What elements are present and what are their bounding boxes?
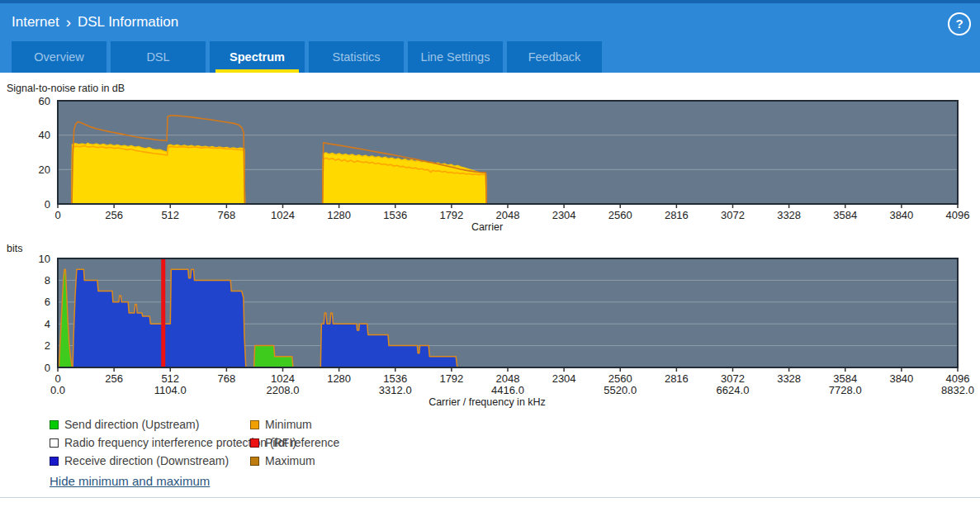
maximum-swatch-icon	[250, 457, 259, 466]
svg-text:3584: 3584	[833, 372, 857, 385]
svg-text:3840: 3840	[889, 209, 913, 221]
pilot-reference-swatch-icon	[250, 438, 259, 448]
svg-text:1024: 1024	[271, 372, 295, 385]
tab-feedback[interactable]: Feedback	[507, 41, 602, 73]
svg-text:2816: 2816	[665, 372, 689, 385]
svg-text:1792: 1792	[439, 209, 463, 221]
legend-item-maximum: Maximum	[250, 454, 315, 467]
svg-text:1536: 1536	[383, 209, 407, 221]
breadcrumb: Internet › DSL Information	[12, 14, 178, 31]
svg-text:0: 0	[54, 372, 60, 385]
question-mark-icon: ?	[955, 17, 963, 31]
svg-text:2816: 2816	[665, 209, 689, 221]
svg-text:1792: 1792	[439, 372, 463, 385]
receive-direction-downstream-swatch-icon	[50, 457, 59, 466]
svg-text:3328: 3328	[777, 209, 801, 221]
svg-text:40: 40	[39, 129, 50, 141]
breadcrumb-internet[interactable]: Internet	[12, 14, 59, 31]
legend-item-receive-direction-downstream: Receive direction (Downstream)	[50, 454, 229, 467]
svg-text:2: 2	[45, 339, 50, 352]
legend-item-send-direction-upstream: Send direction (Upstream)	[50, 418, 199, 431]
svg-text:6624.0: 6624.0	[717, 384, 750, 396]
svg-text:4096: 4096	[946, 209, 970, 221]
tab-bar: OverviewDSLSpectrumStatisticsLine Settin…	[12, 41, 602, 73]
svg-text:Carrier: Carrier	[471, 221, 503, 233]
tab-statistics[interactable]: Statistics	[309, 41, 404, 73]
svg-text:2048: 2048	[496, 372, 520, 385]
svg-text:3312.0: 3312.0	[379, 384, 412, 396]
svg-text:2304: 2304	[552, 372, 576, 385]
legend-item-pilot-reference: Pilot reference	[250, 436, 339, 449]
svg-text:256: 256	[105, 209, 123, 221]
legend-label: Minimum	[265, 418, 312, 431]
svg-text:1280: 1280	[327, 372, 351, 385]
svg-text:0: 0	[45, 198, 50, 211]
svg-text:4: 4	[45, 318, 50, 330]
svg-text:3072: 3072	[721, 209, 745, 221]
svg-text:2208.0: 2208.0	[267, 384, 300, 396]
svg-text:3840: 3840	[889, 372, 913, 385]
tab-dsl[interactable]: DSL	[111, 41, 206, 73]
svg-text:2560: 2560	[608, 209, 632, 221]
legend-label: Pilot reference	[265, 436, 339, 449]
legend-label: Send direction (Upstream)	[64, 418, 199, 431]
tab-label: DSL	[146, 50, 169, 64]
svg-text:2304: 2304	[552, 209, 576, 221]
tab-label: Feedback	[528, 50, 581, 64]
svg-text:8: 8	[45, 274, 50, 287]
page-header: Internet › DSL Information ?	[0, 3, 980, 41]
tab-line-settings[interactable]: Line Settings	[408, 41, 503, 73]
radio-frequency-interference-protection-rfi-swatch-icon	[50, 438, 59, 448]
minimum-swatch-icon	[250, 420, 259, 429]
tab-label: Line Settings	[421, 50, 490, 64]
svg-text:3328: 3328	[777, 372, 801, 385]
legend-label: Maximum	[265, 454, 315, 467]
svg-text:1024: 1024	[271, 209, 295, 221]
svg-text:6: 6	[45, 296, 50, 308]
svg-text:1280: 1280	[327, 209, 351, 221]
svg-text:10: 10	[39, 253, 50, 265]
svg-text:768: 768	[218, 209, 236, 221]
svg-text:7728.0: 7728.0	[829, 384, 862, 396]
svg-text:0: 0	[54, 209, 60, 221]
active-tab-underline	[215, 69, 299, 73]
tab-overview[interactable]: Overview	[12, 41, 107, 73]
svg-text:4416.0: 4416.0	[491, 384, 524, 396]
svg-text:3072: 3072	[721, 372, 745, 385]
svg-text:512: 512	[161, 372, 179, 385]
tab-label: Spectrum	[230, 50, 285, 64]
svg-text:1104.0: 1104.0	[154, 384, 187, 396]
svg-text:8832.0: 8832.0	[941, 384, 974, 396]
legend-item-minimum: Minimum	[250, 418, 312, 431]
bits-chart: 00.02565121104.076810242208.012801536331…	[0, 239, 980, 409]
svg-text:512: 512	[161, 209, 179, 221]
svg-text:4096: 4096	[946, 372, 970, 385]
snr-chart: 0256512768102412801536179220482304256028…	[0, 78, 980, 239]
svg-text:5520.0: 5520.0	[604, 384, 637, 396]
svg-text:0: 0	[45, 362, 50, 374]
tab-spectrum[interactable]: Spectrum	[210, 41, 305, 73]
svg-text:20: 20	[39, 163, 50, 176]
svg-text:2048: 2048	[496, 209, 520, 221]
svg-text:1536: 1536	[383, 372, 407, 385]
hide-min-max-link[interactable]: Hide minimum and maximum	[50, 474, 210, 488]
bottom-divider	[0, 497, 980, 498]
svg-text:256: 256	[105, 372, 123, 385]
chevron-right-icon: ›	[66, 15, 71, 29]
svg-text:0.0: 0.0	[50, 384, 65, 396]
help-button[interactable]: ?	[948, 12, 971, 36]
send-direction-upstream-swatch-icon	[50, 420, 59, 429]
svg-text:Carrier / frequency in kHz: Carrier / frequency in kHz	[428, 396, 546, 408]
svg-text:2560: 2560	[608, 372, 632, 385]
svg-text:60: 60	[39, 95, 50, 107]
legend-label: Receive direction (Downstream)	[64, 454, 229, 467]
tab-label: Overview	[34, 50, 83, 64]
svg-text:768: 768	[218, 372, 236, 385]
tab-label: Statistics	[332, 50, 380, 64]
svg-text:3584: 3584	[833, 209, 857, 221]
page-title: DSL Information	[78, 14, 178, 31]
